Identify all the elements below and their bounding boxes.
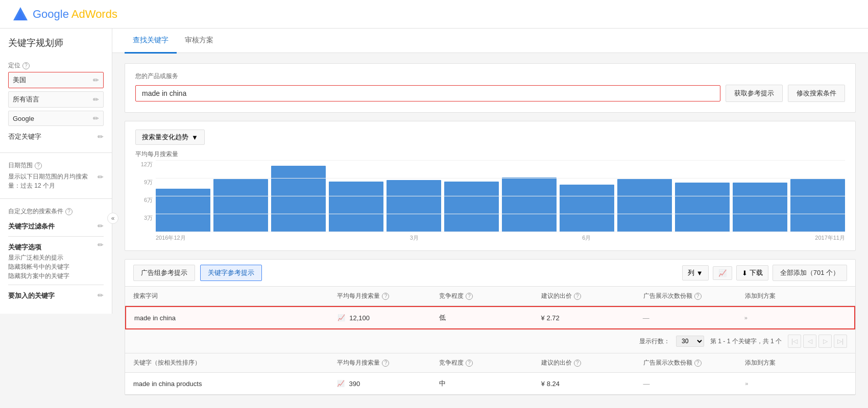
- main-layout: 关键字规划师 定位 ? 美国 ✏ 所有语言 ✏ Google ✏: [0, 29, 868, 408]
- language-edit-icon[interactable]: ✏: [93, 95, 99, 104]
- chart-area: 12万 9万 6万 3万: [135, 161, 845, 242]
- row2-bid: ¥ 8.24: [541, 380, 643, 388]
- network-field[interactable]: Google ✏: [8, 111, 104, 126]
- download-btn[interactable]: ⬇ 下载: [736, 265, 768, 280]
- monthly-help-icon[interactable]: ?: [382, 293, 389, 300]
- table2-header: 关键字（按相关性排序） 平均每月搜索量 ? 竞争程度 ? 建议的出价 ?: [125, 353, 855, 373]
- keyword-options-desc1: 显示广泛相关的提示: [8, 253, 69, 262]
- download-label: 下载: [750, 268, 763, 277]
- sidebar: 关键字规划师 定位 ? 美国 ✏ 所有语言 ✏ Google ✏: [0, 29, 112, 314]
- chart-bar-11: [790, 179, 845, 232]
- table1-col-add: 添加到方案: [745, 292, 847, 300]
- chart-bar-0: [156, 189, 210, 232]
- negative-keywords-edit-icon[interactable]: ✏: [98, 133, 104, 141]
- network-value: Google: [13, 115, 34, 122]
- date-range-edit-icon[interactable]: ✏: [98, 173, 104, 181]
- logo-adwords: AdWords: [71, 8, 117, 20]
- x-label-end: 2017年11月: [673, 234, 846, 242]
- row2-add-btn[interactable]: »: [745, 380, 847, 387]
- tabs-bar: 查找关键字 审核方案: [112, 29, 868, 53]
- negative-keywords-label: 否定关键字: [8, 132, 41, 141]
- columns-btn[interactable]: 列 ▼: [682, 265, 709, 280]
- page-nav: |◁ ◁ ▷ ▷|: [788, 335, 847, 348]
- chart-y-label: 平均每月搜索量: [135, 150, 845, 159]
- chart-view-icon: 📈: [718, 269, 727, 277]
- first-page-btn[interactable]: |◁: [788, 335, 801, 348]
- row2-chart-icon[interactable]: 📈: [337, 380, 345, 387]
- chart-controls: 搜索量变化趋势 ▼: [135, 130, 845, 145]
- row1-monthly: 📈 12,100: [337, 314, 439, 322]
- prev-page-btn[interactable]: ◁: [803, 335, 816, 348]
- competition-help-icon[interactable]: ?: [466, 293, 473, 300]
- sidebar-title: 关键字规划师: [0, 37, 112, 57]
- keywords-to-add-edit-icon[interactable]: ✏: [98, 291, 104, 299]
- date-range-help-icon[interactable]: ?: [35, 162, 42, 169]
- table1-col-competition: 竞争程度 ?: [439, 292, 541, 300]
- table2-competition-help-icon[interactable]: ?: [466, 360, 473, 367]
- tab-review-plan[interactable]: 审核方案: [177, 29, 222, 54]
- keyword-filter-edit-icon[interactable]: ✏: [98, 222, 104, 230]
- x-label-mid2: 6月: [500, 234, 673, 242]
- last-page-btn[interactable]: ▷|: [834, 335, 847, 348]
- location-edit-icon[interactable]: ✏: [93, 76, 99, 84]
- row1-bid: ¥ 2.72: [541, 314, 643, 322]
- columns-label: 列: [688, 268, 694, 277]
- table2-bid-help-icon[interactable]: ?: [574, 360, 581, 367]
- location-value: 美国: [13, 75, 26, 85]
- divider3: [8, 236, 104, 237]
- modify-conditions-btn[interactable]: 修改搜索条件: [788, 85, 845, 102]
- language-field[interactable]: 所有语言 ✏: [8, 91, 104, 108]
- impression-help-icon[interactable]: ?: [694, 293, 702, 300]
- google-adwords-logo-icon: [12, 6, 29, 22]
- add-all-btn[interactable]: 全部添加（701 个）: [773, 265, 847, 281]
- divider4: [8, 285, 104, 285]
- chart-dropdown-label: 搜索量变化趋势: [142, 133, 188, 142]
- chart-view-btn[interactable]: 📈: [713, 266, 732, 280]
- x-label-mid1: 3月: [328, 234, 501, 242]
- get-suggestions-btn[interactable]: 获取参考提示: [726, 85, 783, 102]
- bid-help-icon[interactable]: ?: [574, 293, 581, 300]
- customize-help-icon[interactable]: ?: [65, 208, 73, 215]
- keyword-suggestions-tab-btn[interactable]: 关键字参考提示: [200, 265, 262, 281]
- tab-find-keywords[interactable]: 查找关键字: [125, 29, 177, 54]
- sidebar-collapse-btn[interactable]: «: [107, 213, 118, 224]
- keyword-options-label: 关键字选项: [8, 241, 69, 253]
- network-edit-icon[interactable]: ✏: [93, 114, 99, 122]
- header: Google AdWords: [0, 0, 868, 29]
- rows-per-page-select[interactable]: 30 50 100: [676, 336, 704, 347]
- search-section: 您的产品或服务 获取参考提示 修改搜索条件: [125, 63, 856, 113]
- download-icon: ⬇: [742, 269, 748, 277]
- table2-impression-help-icon[interactable]: ?: [694, 360, 702, 367]
- table1-col-impression: 广告展示次数份额 ?: [643, 292, 745, 300]
- date-range-desc: 显示以下日期范围的月均搜索量：过去 12 个月: [8, 172, 90, 190]
- keyword-options-desc2: 隐藏我帐号中的关键字: [8, 262, 69, 271]
- positioning-label: 定位 ?: [8, 61, 104, 70]
- table1-col-keyword: 搜索字词: [133, 292, 337, 300]
- negative-keywords-field[interactable]: 否定关键字 ✏: [8, 129, 104, 144]
- sidebar-wrapper: 关键字规划师 定位 ? 美国 ✏ 所有语言 ✏ Google ✏: [0, 29, 112, 408]
- divider1: [0, 152, 112, 153]
- chart-bar-5: [444, 182, 499, 232]
- row2-monthly: 📈 390: [337, 380, 439, 388]
- next-page-btn[interactable]: ▷: [818, 335, 832, 348]
- chart-dropdown-btn[interactable]: 搜索量变化趋势 ▼: [135, 130, 205, 145]
- row1-impression: —: [643, 314, 744, 322]
- chart-bar-2: [271, 166, 326, 232]
- ad-group-tab-btn[interactable]: 广告组参考提示: [133, 265, 195, 281]
- positioning-help-icon[interactable]: ?: [22, 62, 30, 69]
- chart-bar-10: [733, 183, 787, 232]
- customize-label: 自定义您的搜索条件 ?: [8, 207, 104, 216]
- location-field[interactable]: 美国 ✏: [8, 72, 104, 88]
- row1-chart-icon[interactable]: 📈: [337, 314, 345, 321]
- pagination: 显示行数： 30 50 100 第 1 - 1 个关键字，共 1 个 |◁ ◁ …: [125, 329, 855, 353]
- search-input-wrapper[interactable]: [135, 85, 720, 101]
- table2-col-monthly: 平均每月搜索量 ?: [337, 359, 439, 367]
- results-toolbar: 广告组参考提示 关键字参考提示 列 ▼ 📈 ⬇ 下载: [125, 260, 855, 287]
- row1-add-btn[interactable]: »: [744, 315, 846, 321]
- keyword-options-edit-icon[interactable]: ✏: [98, 241, 104, 249]
- pagination-page-info: 第 1 - 1 个关键字，共 1 个: [710, 337, 782, 346]
- search-input[interactable]: [142, 89, 714, 97]
- table2-monthly-help-icon[interactable]: ?: [382, 360, 389, 367]
- logo-text: Google AdWords: [33, 8, 117, 21]
- logo-google: Google: [33, 8, 69, 20]
